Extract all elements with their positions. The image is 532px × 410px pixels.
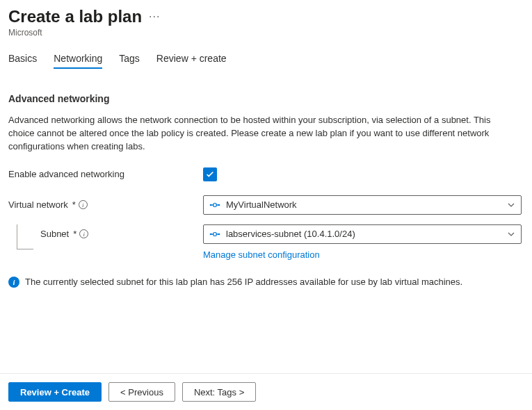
section-title: Advanced networking xyxy=(8,93,524,104)
page-subtitle: Microsoft xyxy=(8,28,524,38)
tab-tags[interactable]: Tags xyxy=(119,53,140,68)
info-bubble-icon: i xyxy=(8,277,19,288)
info-icon[interactable]: i xyxy=(79,200,88,209)
manage-subnet-link[interactable]: Manage subnet configuration xyxy=(203,249,320,260)
page-title: Create a lab plan xyxy=(8,7,142,26)
footer: Review + Create < Previous Next: Tags > xyxy=(0,373,532,410)
vnet-label-text: Virtual network xyxy=(8,199,68,210)
vnet-value: MyVirtualNetwork xyxy=(226,199,507,210)
required-asterisk: * xyxy=(72,199,76,210)
subnet-icon xyxy=(209,229,220,240)
tab-review-create[interactable]: Review + create xyxy=(156,53,227,68)
info-row: i The currently selected subnet for this… xyxy=(8,277,524,288)
more-icon[interactable]: ··· xyxy=(149,10,160,23)
tabs: Basics Networking Tags Review + create xyxy=(8,53,524,68)
enable-advanced-checkbox[interactable] xyxy=(203,167,217,181)
svg-rect-5 xyxy=(213,232,216,236)
previous-button[interactable]: < Previous xyxy=(108,382,175,402)
enable-advanced-row: Enable advanced networking xyxy=(8,167,524,181)
tab-basics[interactable]: Basics xyxy=(8,53,37,68)
vnet-label: Virtual network * i xyxy=(8,199,203,210)
svg-rect-2 xyxy=(213,203,216,206)
subnet-label-text: Subnet xyxy=(40,229,69,239)
subnet-value: labservices-subnet (10.4.1.0/24) xyxy=(226,229,507,239)
manage-subnet-row: Manage subnet configuration xyxy=(203,249,524,260)
info-message: The currently selected subnet for this l… xyxy=(25,277,462,287)
tree-connector xyxy=(17,224,33,249)
tab-networking[interactable]: Networking xyxy=(54,53,102,68)
required-asterisk: * xyxy=(73,229,76,239)
subnet-label: Subnet * i xyxy=(8,229,203,239)
vnet-select[interactable]: MyVirtualNetwork xyxy=(203,195,522,215)
chevron-down-icon xyxy=(507,201,515,209)
subnet-select[interactable]: labservices-subnet (10.4.1.0/24) xyxy=(203,224,522,244)
section-description: Advanced networking allows the network c… xyxy=(8,114,509,154)
enable-advanced-label: Enable advanced networking xyxy=(8,169,203,179)
vnet-icon xyxy=(209,199,220,211)
chevron-down-icon xyxy=(507,230,515,238)
vnet-row: Virtual network * i MyVirtualNetwork xyxy=(8,195,524,215)
svg-point-1 xyxy=(218,204,220,206)
check-icon xyxy=(205,170,215,179)
subnet-row: Subnet * i labservices-subnet (10.4.1.0/… xyxy=(8,224,524,244)
info-icon[interactable]: i xyxy=(79,229,88,238)
svg-point-4 xyxy=(218,233,220,235)
page-header: Create a lab plan ··· Microsoft xyxy=(8,7,524,38)
svg-point-3 xyxy=(210,233,212,235)
review-create-button[interactable]: Review + Create xyxy=(8,382,102,402)
svg-point-0 xyxy=(210,204,212,206)
next-button[interactable]: Next: Tags > xyxy=(182,382,256,402)
